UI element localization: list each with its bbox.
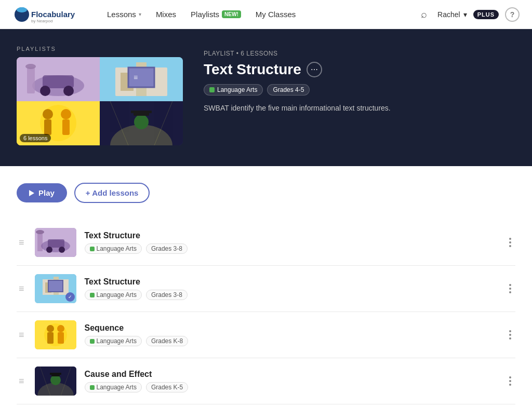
dot-icon [509,380,511,382]
svg-rect-41 [48,280,63,292]
plus-badge: PLUS [473,10,499,19]
playlist-more-button[interactable]: ⋯ [307,62,322,77]
svg-rect-20 [44,119,51,135]
lesson-more-button[interactable] [505,328,515,342]
svg-text:by Nearpod: by Nearpod [31,19,52,23]
subject-tag-icon [209,87,215,92]
svg-rect-47 [58,332,64,344]
svg-point-32 [36,230,44,234]
user-menu-button[interactable]: Rachel ▾ [437,10,467,19]
hero-title-row: Text Structure ⋯ [204,61,391,78]
nav-mixes[interactable]: Mixes [151,6,181,23]
lesson-list: ≡ Text Structure Language Arts [17,220,515,407]
play-button[interactable]: Play [17,183,67,202]
dot-icon [509,376,511,378]
hero-description: SWBAT identify the five main information… [204,103,391,114]
svg-rect-45 [47,332,54,344]
dot-icon [509,334,511,336]
new-badge: NEW! [222,10,241,18]
main-content: Play + Add lessons ≡ Text Struc [0,166,532,407]
logo-image: Flocabulary by Nearpod [12,5,85,24]
lesson-title: Cause and Effect [85,370,497,379]
svg-rect-31 [37,233,43,251]
svg-rect-22 [62,119,70,135]
lesson-tags: Language Arts Grades 3-8 [85,290,497,300]
hero-section: PLAYLISTS [0,29,532,166]
dot-icon [509,337,511,340]
lesson-tags: Language Arts Grades K-5 [85,382,497,392]
dot-icon [509,238,511,240]
svg-point-1 [17,7,27,12]
lesson-more-button[interactable] [505,236,515,249]
dot-icon [509,291,511,293]
hero-content: PLAYLIST • 6 lessons Text Structure ⋯ La… [204,46,391,114]
subject-dot-icon [90,385,95,390]
drag-handle-icon[interactable]: ≡ [17,376,26,387]
nav-my-classes[interactable]: My Classes [250,6,301,23]
drag-handle-icon[interactable]: ≡ [17,283,26,294]
hero-playlist-images: ≡ [17,57,183,145]
nav-lessons[interactable]: Lessons ▾ [102,6,147,23]
help-button[interactable]: ? [505,7,520,22]
action-buttons: Play + Add lessons [17,183,515,203]
add-lessons-button[interactable]: + Add lessons [74,183,150,203]
svg-point-10 [25,64,36,69]
lesson-tags: Language Arts Grades K-8 [85,336,497,346]
svg-rect-54 [50,373,61,375]
svg-point-46 [57,325,64,332]
svg-rect-29 [131,111,152,113]
lesson-tags: Language Arts Grades 3-8 [85,243,497,254]
breadcrumb: PLAYLISTS [17,46,183,57]
lesson-info: Text Structure Language Arts Grades 3-8 [85,231,497,254]
lesson-row: ≡ Problem & Solution Language Arts [17,404,515,407]
user-chevron-icon: ▾ [463,10,467,19]
lesson-title: Text Structure [85,277,497,287]
svg-point-44 [47,325,54,332]
lessons-count-badge: 6 lessons [20,134,51,142]
dot-icon [509,384,511,386]
playlist-title: Text Structure [204,61,301,78]
lesson-subject-tag: Language Arts [85,336,142,346]
dot-icon [509,284,511,286]
lesson-grades-tag: Grades 3-8 [146,243,188,254]
lesson-more-button[interactable] [505,282,515,295]
lesson-subject-tag: Language Arts [85,382,142,392]
search-icon: ⌕ [421,8,427,20]
lesson-thumbnail: ✓ [35,274,76,303]
play-icon [29,190,34,196]
hero-meta: PLAYLIST • 6 lessons [204,50,391,57]
lesson-thumbnail [35,320,76,349]
lesson-subject-tag: Language Arts [85,243,142,254]
dot-icon [509,330,511,332]
svg-text:≡: ≡ [134,73,138,82]
lesson-title: Sequence [85,323,497,333]
drag-handle-icon[interactable]: ≡ [17,237,26,248]
hero-img-2: ≡ [100,57,183,101]
hero-img-1 [17,57,100,101]
lesson-thumbnail [35,228,76,257]
navbar: Flocabulary by Nearpod Lessons ▾ Mixes P… [0,0,532,29]
hero-img-4 [100,101,183,145]
nav-links: Lessons ▾ Mixes Playlists NEW! My Classe… [102,6,417,23]
dot-icon [509,241,511,243]
svg-point-27 [134,115,149,129]
svg-rect-9 [27,67,35,93]
dot-icon [509,288,511,290]
drag-handle-icon[interactable]: ≡ [17,330,26,341]
lesson-info: Text Structure Language Arts Grades 3-8 [85,277,497,300]
svg-rect-34 [48,239,64,248]
lesson-info: Cause and Effect Language Arts Grades K-… [85,370,497,392]
nav-playlists[interactable]: Playlists NEW! [185,6,246,23]
svg-point-36 [59,247,65,253]
lesson-thumb-badge: ✓ [65,292,75,302]
lesson-grades-tag: Grades K-5 [146,382,188,392]
lesson-info: Sequence Language Arts Grades K-8 [85,323,497,346]
logo[interactable]: Flocabulary by Nearpod [12,5,85,24]
lesson-more-button[interactable] [505,374,515,388]
subject-tag: Language Arts [204,84,263,96]
lesson-grades-tag: Grades K-8 [146,336,188,346]
svg-point-21 [61,109,71,119]
svg-point-19 [43,109,53,119]
svg-rect-15 [128,67,154,87]
search-button[interactable]: ⌕ [417,6,431,22]
